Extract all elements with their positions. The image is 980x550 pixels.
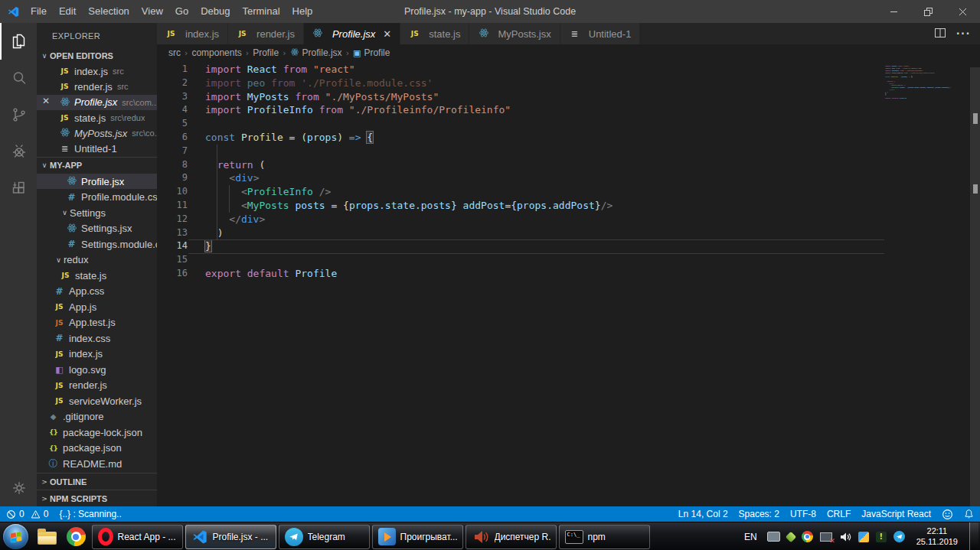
menu-item-view[interactable]: View — [136, 0, 169, 23]
tree-item-app-js[interactable]: JSApp.js — [37, 299, 157, 315]
activity-item-settings-gear[interactable] — [0, 470, 37, 506]
menu-item-debug[interactable]: Debug — [194, 0, 236, 23]
breadcrumb-item-profile[interactable]: ▣Profile — [353, 47, 390, 58]
breadcrumb-item-profile[interactable]: Profile — [253, 47, 279, 58]
code-editor[interactable]: 1import React from "react"2import peo fr… — [157, 61, 980, 506]
status-javascript-react[interactable]: JavaScript React — [861, 509, 931, 519]
tab-close-icon[interactable]: ✕ — [383, 28, 391, 40]
blue-yellow-tray-icon[interactable] — [858, 532, 869, 542]
tab-myposts-jsx[interactable]: MyPosts.jsx — [469, 23, 560, 44]
tab-index-js[interactable]: JSindex.js — [157, 23, 228, 44]
feedback-smiley-icon[interactable] — [942, 509, 953, 520]
green-badge-tray-icon[interactable] — [786, 531, 796, 542]
tree-item-profile-jsx[interactable]: Profile.jsx — [37, 174, 157, 190]
close-icon[interactable]: ✕ — [42, 96, 50, 106]
taskbar-button-telegram[interactable]: Telegram — [279, 525, 370, 549]
notifications-bell-icon[interactable] — [964, 509, 974, 519]
section-npm-scripts[interactable]: >NPM SCRIPTS — [37, 490, 157, 506]
menu-item-edit[interactable]: Edit — [53, 0, 82, 23]
taskbar-button-profile-jsx[interactable]: Profile.jsx - ... — [185, 525, 276, 549]
start-button[interactable] — [3, 524, 28, 549]
tree-item-render-js[interactable]: JSrender.js — [37, 377, 157, 393]
tab-profile-jsx[interactable]: Profile.jsx✕ — [304, 23, 400, 44]
tree-item-app-test-js[interactable]: JSApp.test.js — [37, 314, 157, 330]
activity-item-extensions[interactable] — [0, 170, 37, 207]
tree-item-gitignore[interactable]: ◆.gitignore — [37, 408, 157, 425]
scanning-status[interactable]: {..} : Scanning.. — [59, 509, 121, 519]
breadcrumb[interactable]: src›components›Profile›Profile.jsx›▣Prof… — [157, 44, 980, 61]
activity-item-search[interactable] — [0, 60, 37, 96]
open-editor-render-js[interactable]: JSrender.jssrc — [37, 79, 157, 94]
telegram-icon — [285, 528, 303, 546]
tab-render-js[interactable]: JSrender.js — [228, 23, 304, 44]
menu-item-terminal[interactable]: Terminal — [236, 0, 286, 23]
language-indicator[interactable]: EN — [742, 532, 760, 542]
show-desktop-button[interactable] — [969, 522, 978, 550]
open-editor-myposts-jsx[interactable]: MyPosts.jsxsrc\co... — [37, 125, 157, 141]
breadcrumb-item-components[interactable]: components — [191, 47, 241, 58]
tree-item-label: index.js — [69, 348, 103, 360]
tab-state-js[interactable]: JSstate.js — [400, 23, 469, 44]
section-outline[interactable]: >OUTLINE — [37, 473, 157, 490]
tree-item-package-json[interactable]: {}package.json — [37, 440, 157, 456]
open-editor-profile-jsx[interactable]: ✕Profile.jsxsrc\com... — [37, 95, 157, 110]
tree-item-app-css[interactable]: #App.css — [37, 283, 157, 299]
taskbar-button-npm[interactable]: C:\_npm — [559, 525, 650, 549]
activity-item-debug[interactable] — [0, 133, 37, 170]
taskbar-clock[interactable]: 22:11 25.11.2019 — [913, 526, 962, 547]
volume-tray-icon[interactable] — [839, 531, 851, 543]
telegram-tray-icon[interactable] — [893, 531, 905, 542]
tree-item-settings[interactable]: ∨Settings — [37, 205, 157, 221]
activity-item-explorer[interactable] — [0, 23, 37, 60]
menu-item-file[interactable]: File — [24, 0, 53, 23]
problems-indicator[interactable]: 0 0 — [6, 509, 48, 519]
menu-item-selection[interactable]: Selection — [82, 0, 135, 23]
tree-item-logo-svg[interactable]: ◧logo.svg — [37, 362, 157, 378]
tree-item-state-js[interactable]: JSstate.js — [37, 268, 157, 284]
tree-item-redux[interactable]: ∨redux — [37, 252, 157, 268]
minimize-button[interactable] — [877, 0, 911, 23]
tree-item-settings-jsx[interactable]: Settings.jsx — [37, 220, 157, 236]
status-utf-8[interactable]: UTF-8 — [790, 509, 816, 519]
display-tray-icon[interactable] — [767, 532, 780, 542]
activity-item-source-control[interactable] — [0, 96, 37, 133]
breadcrumb-item-src[interactable]: src — [168, 47, 181, 58]
open-editor-state-js[interactable]: JSstate.jssrc\redux — [37, 110, 157, 125]
taskbar-button-[interactable]: Проигрыват... — [372, 525, 463, 549]
tree-item-package-lock-json[interactable]: {}package-lock.json — [37, 425, 157, 441]
tree-item-serviceworker-js[interactable]: JSserviceWorker.js — [37, 393, 157, 409]
status-spaces-2[interactable]: Spaces: 2 — [739, 509, 779, 519]
css-file-icon: # — [66, 192, 77, 203]
restore-button[interactable] — [911, 0, 946, 23]
open-editor-untitled-1[interactable]: ≣Untitled-1 — [37, 141, 157, 156]
windows-logo-icon — [10, 531, 21, 542]
network-error-tray-icon[interactable] — [820, 532, 832, 542]
project-header[interactable]: ∨ MY-APP — [37, 157, 157, 174]
nvidia-alert-tray-icon[interactable]: ! — [876, 532, 887, 542]
tree-item-index-js[interactable]: JSindex.js — [37, 346, 157, 362]
status-crlf[interactable]: CRLF — [827, 509, 851, 519]
breadcrumb-item-profile-jsx[interactable]: Profile.jsx — [290, 47, 342, 59]
open-editor-index-js[interactable]: JSindex.jssrc — [37, 63, 157, 79]
status-ln-14-col-2[interactable]: Ln 14, Col 2 — [678, 509, 728, 519]
tree-item-index-css[interactable]: #index.css — [37, 330, 157, 347]
tree-item-settings-module-c[interactable]: #Settings.module.c... — [37, 236, 157, 252]
minimap[interactable]: import React from "react"import peo from… — [885, 65, 968, 119]
split-editor-icon[interactable] — [935, 27, 946, 41]
more-actions-icon[interactable]: ··· — [956, 27, 971, 41]
open-editors-header[interactable]: ∨ OPEN EDITORS — [37, 47, 157, 63]
pinned-chrome[interactable] — [61, 522, 90, 550]
menu-item-go[interactable]: Go — [169, 0, 194, 23]
tab-label: index.js — [185, 28, 219, 40]
sidebar-bottom-sections: >OUTLINE>NPM SCRIPTS — [37, 473, 157, 506]
menu-item-help[interactable]: Help — [286, 0, 319, 23]
pinned-explorer-folder[interactable] — [32, 522, 61, 550]
taskbar-button-react-app[interactable]: React App - ... — [92, 525, 183, 549]
tree-item-readme-md[interactable]: ⓘREADME.md — [37, 456, 157, 472]
tree-item-profile-module-css[interactable]: #Profile.module.css — [37, 189, 157, 205]
taskbar-button-r[interactable]: Диспетчер R... — [466, 525, 557, 549]
tab-untitled-1[interactable]: ≣Untitled-1 — [560, 23, 641, 44]
code-text: } — [188, 239, 212, 253]
editor-scrollbar[interactable] — [970, 67, 980, 506]
close-button[interactable] — [946, 0, 980, 23]
